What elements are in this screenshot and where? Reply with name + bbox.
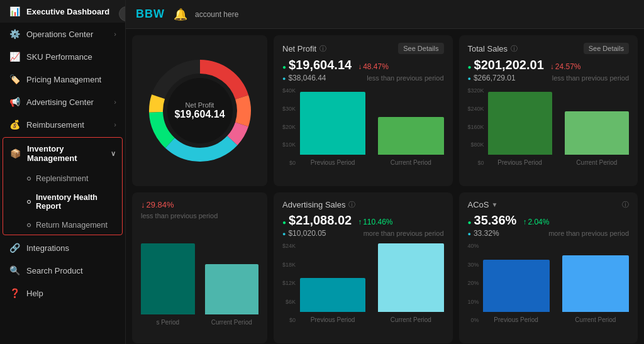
sidebar-item-inventory-management[interactable]: 📦 Inventory Management ∨ <box>3 138 122 169</box>
bar-curr-label: Current Period <box>576 159 617 166</box>
bar-previous-period: Previous Period <box>300 87 365 166</box>
sidebar-item-executive-dashboard[interactable]: 📊 Executive Dashboard <box>0 0 125 23</box>
total-sales-see-details-button[interactable]: See Details <box>584 43 629 54</box>
sku-performance-icon: 📈 <box>9 52 20 62</box>
sidebar-item-replenishment[interactable]: Replenishment <box>3 169 122 188</box>
net-profit-card: Net Profit ⓘ See Details $19,604.14 ↓ 48… <box>274 35 453 186</box>
bar-prev-label: Previous Period <box>497 159 542 166</box>
sidebar-item-integrations[interactable]: 🔗 Integrations <box>0 236 125 259</box>
advertising-sales-info-icon[interactable]: ⓘ <box>348 200 355 209</box>
bar-prev <box>488 92 552 155</box>
bar-current-period: Current Period <box>562 243 629 323</box>
sidebar-sub-item-label: Return Management <box>36 221 108 230</box>
net-profit-header: Net Profit ⓘ See Details <box>282 43 444 54</box>
sidebar-item-label: SKU Performance <box>26 52 92 62</box>
bar-prev-label: Previous Period <box>311 159 355 166</box>
bar-previous-period: Previous Period <box>483 243 550 323</box>
advertising-sales-prev-row: $10,020.05 more than previous period <box>282 229 444 238</box>
acos-note: more than previous period <box>548 230 629 237</box>
inventory-management-section: 📦 Inventory Management ∨ Replenishment I… <box>3 137 123 235</box>
acos-info-icon[interactable]: ⓘ <box>622 200 629 209</box>
sidebar-sub-item-label: Inventory Health Report <box>36 193 113 211</box>
chevron-right-icon: › <box>114 121 116 128</box>
account-text: account here <box>195 10 238 19</box>
bar-curr <box>565 111 629 155</box>
sidebar-item-label: Operations Center <box>26 30 93 39</box>
sidebar-item-sku-performance[interactable]: 📈 SKU Performance <box>0 45 125 68</box>
total-sales-title: Total Sales ⓘ <box>468 44 518 53</box>
dot-icon <box>27 177 31 180</box>
advertising-sales-title: Advertising Sales ⓘ <box>282 200 355 209</box>
sidebar-item-search-product[interactable]: 🔍 Search Product <box>0 259 125 282</box>
net-profit-info-icon[interactable]: ⓘ <box>319 44 326 53</box>
sidebar-sub-item-label: Replenishment <box>36 174 88 183</box>
bar-curr <box>378 243 443 312</box>
total-sales-header: Total Sales ⓘ See Details <box>468 43 630 54</box>
reimbursement-icon: 💰 <box>9 119 20 130</box>
total-sales-prev-row: $266,729.01 less than previous period <box>468 74 630 82</box>
chevron-right-icon: › <box>114 30 116 38</box>
donut-value: $19,604.14 <box>174 109 225 120</box>
bell-icon[interactable]: 🔔 <box>174 8 187 21</box>
sidebar-item-operations-center[interactable]: ⚙️ Operations Center › <box>0 23 125 45</box>
net-profit-bar-chart: $40K $30K $20K $10K $0 Previous Period <box>282 87 444 179</box>
total-sales-value-row: $201,202.01 ↓ 24.57% <box>468 58 630 72</box>
bar-current-period: Current Period <box>205 225 259 326</box>
advertising-sales-change: ↑ 110.46% <box>358 218 392 226</box>
total-sales-main-value: $201,202.01 <box>468 58 544 72</box>
total-sales-bar-chart: $320K $240K $160K $80K $0 Previous Perio… <box>468 87 630 179</box>
bar-prev <box>300 92 365 155</box>
donut-chart-card: Net Profit $19,604.14 <box>132 35 267 186</box>
bar-curr-label: Current Period <box>575 316 616 323</box>
bar-current-period: Current Period <box>378 243 443 323</box>
sidebar-item-inventory-health-report[interactable]: Inventory Health Report <box>3 188 122 216</box>
total-sales-change: ↓ 24.57% <box>550 62 581 71</box>
total-sales-info-icon[interactable]: ⓘ <box>511 44 518 53</box>
net-profit-change: ↓ 48.47% <box>358 62 389 71</box>
sidebar-item-reimbursement[interactable]: 💰 Reimbursement › <box>0 113 125 136</box>
bar-current-period: Current Period <box>565 87 629 166</box>
acos-bar-chart: 40% 30% 20% 10% 0% Previous Period <box>468 243 630 336</box>
sidebar-item-label: Reimbursement <box>26 120 84 130</box>
integrations-icon: 🔗 <box>9 243 20 253</box>
donut-label: Net Profit <box>174 101 225 109</box>
sidebar-item-pricing-management[interactable]: 🏷️ Pricing Management <box>0 68 125 91</box>
bar-previous-period: Previous Period <box>488 87 552 166</box>
bar-prev-label: s Period <box>156 319 179 326</box>
sidebar-item-label: Advertising Center <box>26 97 94 107</box>
net-profit-note: less than previous period <box>367 74 443 82</box>
net-profit-prev-value: $38,046.44 <box>282 74 326 82</box>
y-axis: $40K $30K $20K $10K $0 <box>282 87 296 166</box>
advertising-sales-note: more than previous period <box>364 230 444 237</box>
header: BBW 🔔 account here <box>126 0 644 29</box>
bottom-left-note: less than previous period <box>141 212 258 219</box>
bar-current-period: Current Period <box>378 87 443 166</box>
executive-dashboard-icon: 📊 <box>9 6 20 16</box>
inventory-management-icon: 📦 <box>9 148 21 158</box>
net-profit-see-details-button[interactable]: See Details <box>398 43 443 54</box>
advertising-sales-prev-value: $10,020.05 <box>282 229 326 238</box>
bar-prev <box>141 243 195 314</box>
chevron-right-icon: › <box>114 98 116 106</box>
sidebar-item-help[interactable]: ❓ Help <box>0 282 125 304</box>
advertising-center-icon: 📢 <box>9 97 20 107</box>
bar-curr-label: Current Period <box>211 319 252 326</box>
chevron-down-icon: ∨ <box>111 150 116 158</box>
sidebar-item-return-management[interactable]: Return Management <box>3 216 122 235</box>
bar-curr <box>562 255 629 312</box>
sidebar-item-label: Inventory Management <box>27 144 104 163</box>
sidebar-item-advertising-center[interactable]: 📢 Advertising Center › <box>0 91 125 113</box>
net-profit-main-value: $19,604.14 <box>282 58 352 72</box>
acos-change: ↑ 2.04% <box>523 218 549 226</box>
dot-icon <box>27 200 31 204</box>
advertising-sales-bar-chart: $24K $18K $12K $6K $0 Previous Period <box>282 243 444 336</box>
acos-header: ACoS ▼ ⓘ <box>468 200 630 209</box>
bar-curr-label: Current Period <box>391 316 431 323</box>
total-sales-note: less than previous period <box>552 74 629 82</box>
bar-curr <box>205 264 259 315</box>
search-icon: 🔍 <box>9 265 20 275</box>
acos-dropdown[interactable]: ACoS ▼ <box>468 200 498 209</box>
dashboard-grid: Net Profit $19,604.14 Net Profit ⓘ See D… <box>126 29 644 344</box>
main-content: BBW 🔔 account here <box>126 0 644 344</box>
y-axis: $320K $240K $160K $80K $0 <box>468 87 484 166</box>
